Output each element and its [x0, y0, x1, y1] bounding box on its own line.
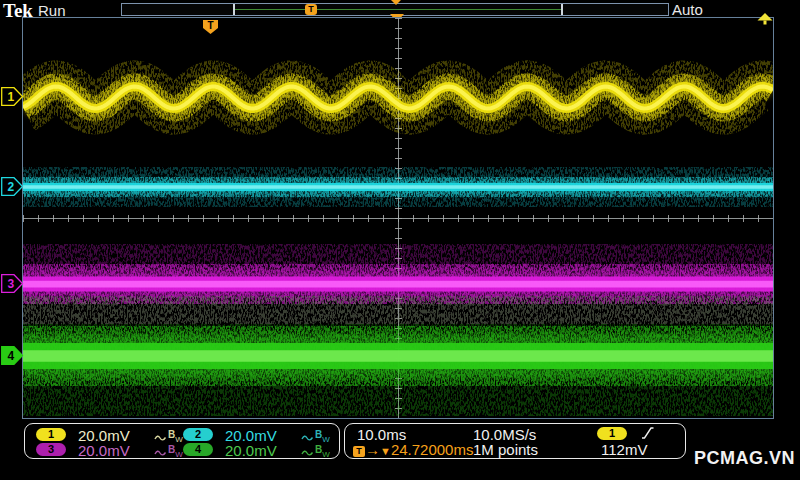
- channel-1-position-marker[interactable]: 1: [1, 87, 24, 106]
- record-length: 1M points: [473, 441, 538, 458]
- trigger-delay-readout[interactable]: T→▼24.72000ms: [353, 441, 473, 458]
- waveform-display: [23, 18, 773, 418]
- trace-ch1: [23, 87, 773, 109]
- ac-coupling-icon: [301, 449, 314, 457]
- record-expansion-point-icon: [391, 0, 401, 5]
- svg-text:4: 4: [8, 349, 15, 363]
- rising-edge-icon: [641, 426, 655, 440]
- ac-coupling-icon: [154, 434, 167, 442]
- arrow-icon: →: [365, 441, 380, 458]
- graticule: [22, 17, 774, 419]
- trigger-level: 112mV: [601, 441, 647, 458]
- record-trigger-position-icon: T: [305, 4, 317, 15]
- channel-2-badge[interactable]: 2: [183, 428, 213, 441]
- channel-3-scale: 20.0mV: [78, 442, 130, 459]
- channel-1-badge[interactable]: 1: [36, 428, 66, 441]
- ac-coupling-icon: [301, 434, 314, 442]
- channel-2-position-marker[interactable]: 2: [1, 177, 24, 196]
- trigger-level-offscreen-arrow-icon: [757, 13, 773, 25]
- channel-3-position-marker[interactable]: 3: [1, 274, 24, 293]
- channel-4-scale: 20.0mV: [225, 442, 277, 459]
- trigger-delay-value: 24.72000ms: [391, 441, 474, 458]
- trigger-mode-status: Auto: [672, 1, 703, 18]
- ac-coupling-icon: [154, 449, 167, 457]
- channel-3-badge[interactable]: 3: [36, 443, 66, 456]
- channel-4-badge[interactable]: 4: [183, 443, 213, 456]
- svg-text:3: 3: [8, 277, 15, 291]
- view-window-left-bracket: [233, 4, 235, 15]
- svg-text:2: 2: [8, 180, 15, 194]
- horizontal-trigger-panel: 10.0ms 10.0MS/s 1 T→▼24.72000ms 1M point…: [344, 423, 686, 459]
- svg-text:1: 1: [8, 90, 15, 104]
- trigger-source-badge[interactable]: 1: [597, 427, 627, 440]
- view-window-right-bracket: [561, 4, 563, 15]
- channel-settings-panel: 1 20.0mV BW 2 20.0mV BW 3 20.0mV BW 4 20…: [24, 423, 340, 459]
- watermark: PCMAG.VN: [694, 448, 795, 469]
- expansion-marker-icon: ▼: [380, 445, 391, 457]
- trigger-icon: T: [353, 446, 365, 457]
- channel-4-position-marker[interactable]: 4: [1, 346, 24, 365]
- record-waveform-preview: [234, 9, 561, 10]
